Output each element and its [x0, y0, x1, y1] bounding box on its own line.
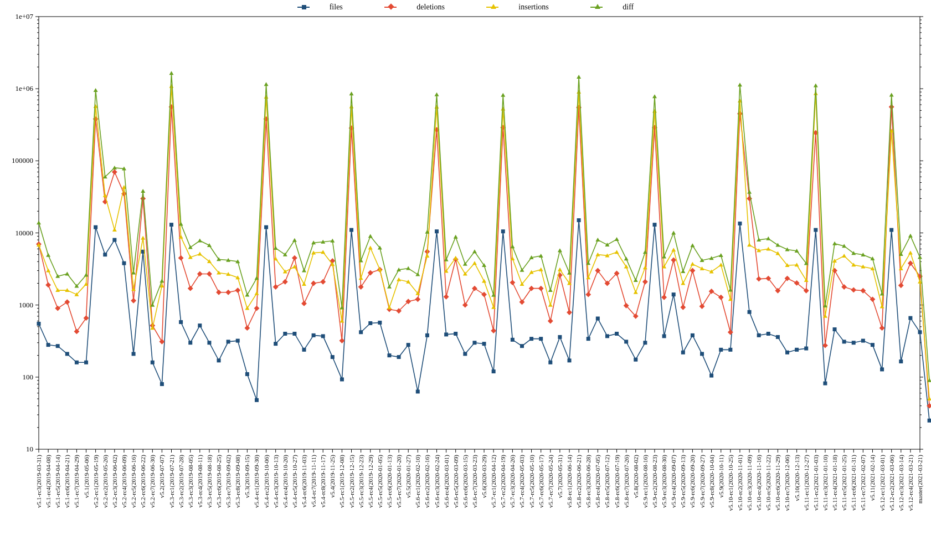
svg-rect-380 [738, 222, 742, 225]
svg-rect-398 [908, 316, 912, 320]
svg-text:v5.5-rc2(2019-12-15): v5.5-rc2(2019-12-15) [348, 455, 356, 508]
svg-rect-350 [454, 332, 457, 336]
svg-text:v5.3-rc1(2019-07-21): v5.3-rc1(2019-07-21) [168, 455, 176, 508]
svg-text:v5.3(2019-09-15): v5.3(2019-09-15) [244, 455, 251, 498]
svg-rect-326 [227, 340, 230, 343]
svg-rect-309 [65, 352, 69, 356]
svg-text:v5.3-rc3(2019-08-05): v5.3-rc3(2019-08-05) [187, 455, 194, 508]
svg-rect-312 [94, 225, 97, 229]
svg-text:v5.12-rc1(2021-03-01): v5.12-rc1(2021-03-01) [879, 455, 886, 511]
svg-rect-332 [283, 332, 287, 336]
svg-rect-369 [634, 358, 637, 362]
svg-rect-422 [235, 287, 240, 293]
svg-text:v5.5-rc7(2020-01-20): v5.5-rc7(2020-01-20) [395, 455, 403, 508]
svg-rect-383 [767, 332, 770, 336]
svg-rect-441 [415, 296, 420, 302]
svg-rect-349 [444, 332, 448, 336]
svg-rect-392 [852, 341, 856, 345]
svg-rect-387 [804, 347, 808, 351]
svg-marker-613 [245, 292, 249, 296]
svg-rect-416 [178, 255, 184, 261]
svg-marker-648 [577, 75, 581, 79]
svg-text:v5.2-rc5(2019-06-16): v5.2-rc5(2019-06-16) [130, 455, 137, 508]
svg-marker-669 [775, 243, 780, 246]
svg-text:v5.10(2020-12-13): v5.10(2020-12-13) [794, 455, 801, 501]
svg-text:v5.5(2020-01-27): v5.5(2020-01-27) [405, 455, 412, 498]
svg-text:v5.11-rc2(2021-01-03): v5.11-rc2(2021-01-03) [812, 455, 820, 511]
svg-marker-681 [889, 93, 894, 96]
svg-text:v5.9(2020-10-11): v5.9(2020-10-11) [718, 455, 725, 498]
svg-marker-553 [577, 90, 581, 94]
svg-marker-543 [482, 279, 486, 282]
svg-marker-684 [918, 255, 922, 259]
svg-text:v5.6-rc3(2020-02-24): v5.6-rc3(2020-02-24) [434, 455, 441, 508]
svg-marker-559 [634, 290, 638, 294]
chart-svg: 101001000100001000001e+061e+07v5.1-rc3(2… [0, 0, 931, 560]
svg-marker-588 [908, 250, 913, 254]
svg-rect-342 [378, 321, 382, 325]
svg-marker-640 [501, 93, 505, 97]
svg-rect-411 [131, 298, 136, 304]
svg-rect-333 [292, 332, 296, 336]
svg-marker-551 [558, 268, 562, 271]
svg-rect-384 [776, 335, 780, 339]
svg-rect-337 [331, 355, 335, 359]
svg-marker-565 [690, 262, 695, 266]
svg-rect-346 [416, 389, 420, 393]
svg-rect-340 [359, 330, 363, 334]
svg-rect-427 [282, 279, 288, 285]
svg-rect-364 [587, 337, 590, 341]
svg-text:v5.2-rc6(2019-06-22): v5.2-rc6(2019-06-22) [140, 455, 147, 508]
svg-text:v5.4-rc5(2019-10-27): v5.4-rc5(2019-10-27) [291, 455, 299, 508]
svg-rect-362 [568, 358, 572, 362]
svg-rect-372 [662, 334, 666, 338]
svg-rect-400 [928, 419, 931, 423]
svg-rect-331 [274, 342, 277, 346]
svg-text:v5.4(2019-11-25): v5.4(2019-11-25) [329, 455, 336, 498]
svg-text:v5.10-rc3(2020-11-09): v5.10-rc3(2020-11-09) [746, 455, 753, 511]
svg-text:v5.11-rc7(2021-02-07): v5.11-rc7(2021-02-07) [860, 455, 867, 511]
svg-marker-683 [908, 234, 913, 238]
svg-rect-365 [596, 317, 600, 321]
svg-rect-324 [207, 341, 211, 345]
svg-rect-382 [757, 333, 761, 337]
svg-marker-524 [302, 282, 306, 286]
svg-text:v5.8-rc4(2020-07-05): v5.8-rc4(2020-07-05) [594, 455, 601, 508]
svg-rect-347 [425, 333, 429, 337]
svg-rect-322 [188, 341, 192, 345]
svg-rect-417 [188, 286, 193, 291]
svg-rect-487 [851, 287, 856, 292]
svg-rect-414 [159, 339, 164, 345]
svg-text:v5.2-rc1(2019-05-19): v5.2-rc1(2019-05-19) [92, 455, 100, 508]
svg-rect-307 [47, 343, 50, 347]
svg-rect-329 [255, 398, 259, 402]
svg-marker-651 [605, 243, 609, 246]
svg-text:v5.4-rc8(2019-11-17): v5.4-rc8(2019-11-17) [320, 455, 327, 508]
svg-text:v5.11-rc5(2021-01-25): v5.11-rc5(2021-01-25) [841, 455, 848, 511]
svg-rect-355 [501, 229, 505, 233]
svg-rect-319 [160, 382, 164, 386]
svg-marker-581 [842, 254, 846, 258]
svg-rect-455 [548, 318, 553, 324]
svg-rect-316 [132, 352, 136, 356]
svg-text:v5.11-rc6(2021-01-31): v5.11-rc6(2021-01-31) [850, 455, 857, 511]
svg-text:v5.7(2020-05-31): v5.7(2020-05-31) [557, 455, 564, 498]
svg-rect-374 [681, 351, 685, 355]
svg-rect-343 [387, 353, 391, 357]
svg-rect-402 [45, 282, 51, 287]
svg-text:v5.9-rc4(2020-09-07): v5.9-rc4(2020-09-07) [670, 455, 677, 508]
svg-marker-641 [510, 244, 515, 248]
svg-rect-389 [823, 382, 827, 386]
svg-rect-492 [898, 282, 904, 288]
svg-marker-652 [615, 237, 619, 241]
svg-rect-446 [462, 302, 468, 308]
svg-text:v5.7-rc2(2020-04-19): v5.7-rc2(2020-04-19) [500, 455, 507, 508]
svg-rect-318 [151, 361, 155, 364]
svg-rect-314 [112, 238, 116, 242]
svg-marker-631 [415, 273, 420, 276]
svg-text:v5.11-rc1(2020-12-27): v5.11-rc1(2020-12-27) [803, 455, 810, 511]
svg-text:v5.1-rc4(2019-04-08): v5.1-rc4(2019-04-08) [45, 455, 52, 508]
svg-marker-530 [359, 276, 363, 280]
svg-rect-338 [340, 377, 344, 381]
svg-rect-454 [538, 286, 544, 291]
